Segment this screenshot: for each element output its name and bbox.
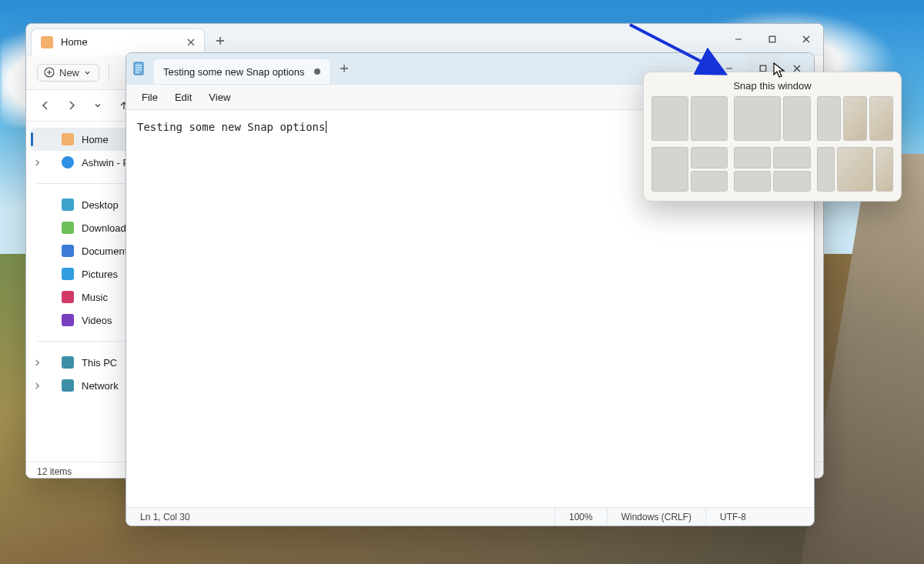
svg-rect-4: [134, 62, 143, 75]
music-icon: [62, 291, 74, 303]
snap-layout-two-columns[interactable]: [651, 96, 728, 141]
snap-layout-quadrants[interactable]: [734, 147, 810, 192]
document-icon: [62, 245, 74, 257]
pictures-icon: [62, 268, 74, 280]
status-line-ending: Windows (CRLF): [607, 508, 705, 526]
sidebar-item-label: Downloads: [82, 222, 131, 234]
snap-layout-25-50-25[interactable]: [817, 147, 893, 192]
svg-rect-0: [769, 36, 775, 42]
sidebar-item-label: Pictures: [82, 269, 118, 280]
notepad-app-icon: [126, 53, 151, 84]
plus-circle-icon: [44, 67, 55, 78]
menu-edit[interactable]: Edit: [167, 88, 199, 106]
chevron-down-icon: [84, 69, 91, 76]
computer-icon: [62, 356, 74, 369]
notepad-new-tab-button[interactable]: [333, 57, 356, 80]
sidebar-item-label: Videos: [82, 315, 112, 326]
explorer-close-button[interactable]: [789, 24, 823, 55]
snap-layout-70-30[interactable]: [734, 96, 810, 141]
explorer-tab-home[interactable]: Home: [31, 28, 205, 55]
sidebar-item-label: Desktop: [82, 199, 119, 211]
snap-layouts-flyout: Snap this window: [643, 72, 902, 202]
menu-view[interactable]: View: [201, 88, 238, 106]
explorer-minimize-button[interactable]: [721, 24, 755, 55]
forward-button[interactable]: [60, 94, 83, 117]
notepad-tab-label: Testing some new Snap options: [163, 66, 305, 78]
status-cursor-position: Ln 1, Col 30: [126, 508, 554, 526]
home-icon: [62, 133, 74, 145]
menu-file[interactable]: File: [134, 88, 166, 106]
snap-layout-left-and-stack[interactable]: [651, 147, 728, 192]
sidebar-item-label: Documents: [82, 245, 132, 257]
download-icon: [62, 222, 74, 234]
back-button[interactable]: [34, 94, 57, 117]
sidebar-item-label: Network: [82, 380, 119, 392]
explorer-titlebar[interactable]: Home: [26, 24, 823, 55]
explorer-maximize-button[interactable]: [755, 24, 789, 55]
chevron-right-icon[interactable]: [34, 382, 41, 389]
recent-locations-button[interactable]: [86, 94, 109, 117]
editor-content: Testing some new Snap options: [137, 121, 326, 133]
status-item-count: 12 items: [37, 466, 72, 477]
desktop-icon: [62, 199, 74, 211]
snap-flyout-title: Snap this window: [651, 77, 893, 96]
video-icon: [62, 314, 74, 326]
new-button-label: New: [59, 67, 79, 78]
network-icon: [62, 379, 74, 392]
sidebar-item-label: Home: [82, 134, 109, 145]
new-button[interactable]: New: [37, 64, 99, 82]
status-encoding: UTF-8: [705, 508, 760, 526]
svg-rect-5: [760, 65, 766, 72]
cloud-icon: [62, 156, 74, 169]
notepad-tab[interactable]: Testing some new Snap options: [154, 59, 330, 84]
explorer-new-tab-button[interactable]: [209, 30, 231, 52]
unsaved-indicator-icon: [314, 68, 320, 75]
chevron-right-icon[interactable]: [34, 159, 41, 166]
close-tab-icon[interactable]: [187, 38, 195, 46]
home-icon: [41, 36, 53, 48]
separator: [109, 64, 109, 81]
snap-layout-three-columns[interactable]: [817, 96, 893, 141]
sidebar-item-label: This PC: [82, 357, 117, 369]
chevron-right-icon[interactable]: [34, 359, 41, 366]
sidebar-item-label: Music: [82, 292, 108, 303]
notepad-status-bar: Ln 1, Col 30 100% Windows (CRLF) UTF-8: [126, 507, 814, 526]
status-zoom: 100%: [554, 508, 607, 526]
explorer-tab-label: Home: [61, 36, 88, 48]
